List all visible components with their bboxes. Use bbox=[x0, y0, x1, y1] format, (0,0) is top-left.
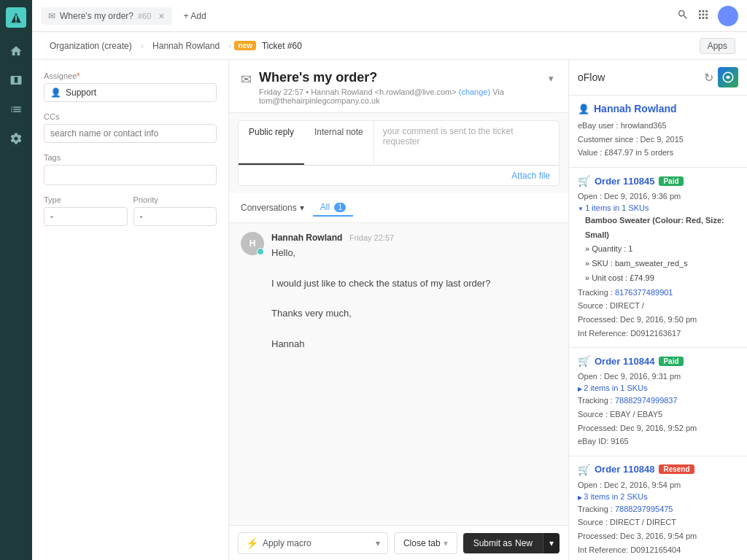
order-110848-badge: Resend bbox=[659, 464, 694, 474]
sidebar-reports-icon[interactable] bbox=[4, 98, 28, 121]
order-110848-skus[interactable]: 3 items in 2 SKUs bbox=[578, 492, 738, 501]
source-3: Source : DIRECT / DIRECT bbox=[578, 516, 738, 529]
reply-tabs: Public reply Internal note your comment … bbox=[239, 121, 559, 166]
conversations-header: Conversations ▾ All 1 bbox=[229, 193, 568, 223]
submit-button[interactable]: Submit as New bbox=[463, 533, 543, 553]
macro-lightning-icon: ⚡ bbox=[246, 537, 258, 549]
order-110844-tracking: Tracking : 78882974999837 Source : EBAY … bbox=[578, 394, 738, 448]
customer-name[interactable]: Hannah Rowland bbox=[594, 103, 677, 114]
breadcrumb-separator: › bbox=[141, 40, 144, 51]
processed-2: Processed: Dec 9, 2016, 9:52 pm bbox=[578, 421, 738, 435]
ticket-tab[interactable]: ✉ Where's my order? #60 × bbox=[41, 7, 172, 25]
ticket-title: Where's my order? bbox=[259, 70, 538, 85]
submit-group: Submit as New ▾ bbox=[463, 533, 560, 553]
tracking-link-2[interactable]: 78882974999837 bbox=[615, 396, 678, 405]
submit-status: New bbox=[515, 538, 533, 548]
bottom-bar: ⚡ Apply macro ▾ Close tab ▾ Submit as Ne bbox=[229, 525, 568, 560]
int-ref-2: eBay ID: 9165 bbox=[578, 435, 738, 448]
sidebar-settings-icon[interactable] bbox=[4, 127, 28, 150]
order-110845-open: Open : Dec 9, 2016, 9:36 pm bbox=[578, 190, 738, 203]
message-content: Hannah Rowland Friday 22:57 Hello, I wou… bbox=[271, 232, 557, 352]
order-110844-badge: Paid bbox=[659, 357, 683, 366]
ticket-header: ✉ Where's my order? Friday 22:57 • Hanna… bbox=[229, 60, 568, 113]
ticket-meta: Friday 22:57 • Hannah Rowland <h.rowland… bbox=[259, 88, 538, 105]
type-label: Type bbox=[44, 195, 128, 204]
message-time: Friday 22:57 bbox=[349, 233, 394, 242]
app-logo[interactable] bbox=[6, 7, 26, 28]
reply-area: Public reply Internal note your comment … bbox=[238, 120, 560, 186]
tab-subtitle: #60 bbox=[138, 12, 151, 20]
message-list: H Hannah Rowland Friday 22:57 Hello, I w… bbox=[229, 223, 568, 525]
tags-input[interactable] bbox=[44, 165, 217, 185]
macro-label: Apply macro bbox=[263, 538, 311, 548]
email-icon: ✉ bbox=[48, 11, 55, 21]
reply-placeholder[interactable]: your comment is sent to the ticket reque… bbox=[374, 121, 559, 165]
apps-button[interactable]: Apps bbox=[700, 38, 735, 54]
order-110848-tracking: Tracking : 7888297995475 Source : DIRECT… bbox=[578, 502, 738, 557]
public-reply-tab[interactable]: Public reply bbox=[239, 121, 304, 165]
assignee-label: Assignee* bbox=[44, 71, 217, 80]
top-bar: ✉ Where's my order? #60 × + Add bbox=[32, 0, 747, 32]
order-110844-skus[interactable]: 2 items in 1 SKUs bbox=[578, 384, 738, 392]
order-110848-title[interactable]: Order 110848 bbox=[595, 464, 654, 475]
add-tab-button[interactable]: + Add bbox=[178, 8, 212, 24]
ticket-email: <h.rowland@live.com> bbox=[375, 88, 457, 96]
conversation-panel: ✉ Where's my order? Friday 22:57 • Hanna… bbox=[229, 60, 568, 560]
sidebar-home-icon[interactable] bbox=[4, 39, 28, 63]
breadcrumb-org[interactable]: Organization (create) bbox=[44, 39, 138, 53]
oflow-panel: oFlow ↻ 👤 Hannah Rowland eB bbox=[568, 60, 747, 560]
order-110844-title[interactable]: Order 110844 bbox=[595, 356, 654, 367]
message-item: H Hannah Rowland Friday 22:57 Hello, I w… bbox=[241, 232, 557, 352]
ticket-dropdown-button[interactable]: ▾ bbox=[546, 70, 557, 87]
order-110845-title[interactable]: Order 110845 bbox=[595, 176, 654, 187]
apply-macro-button[interactable]: ⚡ Apply macro ▾ bbox=[238, 532, 388, 554]
priority-select[interactable]: - bbox=[133, 207, 217, 226]
grid-icon[interactable] bbox=[697, 9, 709, 23]
sku-unit-cost: » Unit cost : £74.99 bbox=[585, 271, 738, 286]
type-select[interactable]: - bbox=[44, 207, 128, 226]
order-110845-skus[interactable]: 1 items in 1 SKUs bbox=[578, 203, 738, 212]
processed-3: Processed: Dec 3, 2016, 9:54 pm bbox=[578, 529, 738, 543]
tracking-2: Tracking : 78882974999837 bbox=[578, 394, 738, 408]
tab-close-icon[interactable]: × bbox=[158, 10, 164, 22]
order-cart-icon-3: 🛒 bbox=[578, 464, 590, 475]
breadcrumb-customer[interactable]: Hannah Rowland bbox=[147, 39, 225, 53]
tracking-link-3[interactable]: 7888297995475 bbox=[615, 505, 673, 513]
svg-point-2 bbox=[15, 21, 17, 23]
submit-dropdown-button[interactable]: ▾ bbox=[543, 533, 560, 553]
search-icon[interactable] bbox=[677, 9, 689, 23]
tracking-link-1[interactable]: 8176377489901 bbox=[615, 288, 673, 297]
sku-name: Bamboo Sweater (Colour: Red, Size: Small… bbox=[585, 214, 738, 243]
attach-file-button[interactable]: Attach file bbox=[511, 171, 550, 181]
sku-quantity: » Quantity : 1 bbox=[585, 242, 738, 257]
refresh-icon[interactable]: ↻ bbox=[704, 71, 713, 85]
avatar-status bbox=[257, 248, 264, 255]
order-cart-icon-1: 🛒 bbox=[578, 175, 590, 187]
order-110848-meta: Open : Dec 2, 2016, 9:54 pm bbox=[578, 478, 738, 492]
tracking-1: Tracking : 8176377489901 bbox=[578, 286, 738, 300]
order-110844-meta: Open : Dec 9, 2016, 9:31 pm bbox=[578, 370, 738, 384]
ticket-number: Ticket #60 bbox=[262, 41, 302, 51]
ticket-change-link[interactable]: (change) bbox=[459, 88, 490, 96]
ticket-sender: Hannah Rowland bbox=[311, 88, 372, 96]
source-2: Source : EBAY / EBAY5 bbox=[578, 408, 738, 421]
sidebar bbox=[0, 0, 32, 560]
reply-actions: Attach file bbox=[239, 166, 559, 185]
tags-label: Tags bbox=[44, 153, 217, 162]
ticket-fields-panel: Assignee* 👤 Support CCs Tags bbox=[32, 60, 229, 560]
tab-title: Where's my order? bbox=[60, 11, 133, 21]
user-avatar[interactable] bbox=[718, 6, 738, 26]
close-tab-button[interactable]: Close tab ▾ bbox=[394, 532, 457, 554]
close-tab-label: Close tab bbox=[403, 538, 441, 548]
ccs-input[interactable] bbox=[44, 124, 217, 143]
customer-since: Customer since : Dec 9, 2015 bbox=[578, 133, 738, 147]
assignee-input[interactable]: 👤 Support bbox=[44, 83, 217, 102]
order-110845-sku-detail: Bamboo Sweater (Colour: Red, Size: Small… bbox=[578, 214, 738, 286]
conversations-dropdown[interactable]: Conversations ▾ bbox=[241, 203, 304, 213]
internal-note-tab[interactable]: Internal note bbox=[304, 121, 374, 165]
sidebar-tickets-icon[interactable] bbox=[4, 69, 28, 92]
all-tab[interactable]: All 1 bbox=[313, 199, 353, 217]
customer-section: 👤 Hannah Rowland eBay user : hrowland365… bbox=[569, 96, 747, 168]
order-cart-icon-2: 🛒 bbox=[578, 355, 590, 367]
order-110845-tracking: Tracking : 8176377489901 Source : DIRECT… bbox=[578, 286, 738, 341]
